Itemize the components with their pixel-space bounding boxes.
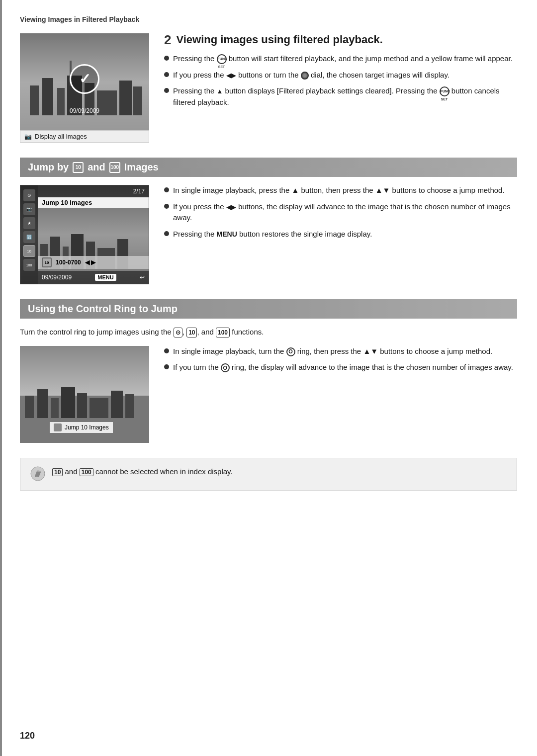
ring-icon-2: 10 xyxy=(186,328,197,337)
bullet-item-1: Pressing the FUNCSET button will start f… xyxy=(164,53,517,65)
section2-number: 2 xyxy=(164,33,171,46)
display-label: Display all images xyxy=(35,133,87,140)
dial-icon xyxy=(301,72,309,80)
jump-screen-container: ⊙ 📷 ★ 🔢 10 100 2/17 xyxy=(20,185,149,284)
display-bar: 📷 Display all images xyxy=(20,130,149,143)
jump-screen: ⊙ 📷 ★ 🔢 10 100 2/17 xyxy=(20,185,149,284)
bullet2-text: If you press the ◀▶ buttons or turn the … xyxy=(173,70,449,81)
jbullet3-text: Pressing the MENU button restores the si… xyxy=(173,229,372,240)
func-icon: FUNCSET xyxy=(217,54,227,64)
func-icon-2: FUNCSET xyxy=(440,86,449,96)
jump100-bar-icon: 100 xyxy=(109,162,120,173)
jump-highlight-row: 10 100-0700 ◀ ▶ xyxy=(38,256,149,269)
note-icon10: 10 xyxy=(52,468,63,476)
bullet1-text: Pressing the FUNCSET button will start f… xyxy=(173,53,513,65)
sidebar-icon-4: 🔢 xyxy=(23,231,35,243)
control-text: In single image playback, turn the O rin… xyxy=(164,346,517,443)
jbullet-item-3: Pressing the MENU button restores the si… xyxy=(164,229,517,240)
sidebar-icon-2: 📷 xyxy=(23,203,35,215)
cbullet-item-1: In single image playback, turn the O rin… xyxy=(164,346,517,357)
jump10-bar-icon: 10 xyxy=(73,162,84,173)
ctrl-screen-label: Jump 10 Images xyxy=(65,424,109,431)
cbuilding xyxy=(125,394,134,418)
control-description: Turn the control ring to jump images usi… xyxy=(20,327,517,338)
cbuilding xyxy=(111,391,123,418)
control-bullets: In single image playback, turn the O rin… xyxy=(164,346,517,373)
section2-bullets: Pressing the FUNCSET button will start f… xyxy=(164,53,517,108)
jump-counter: 2/17 xyxy=(133,188,145,195)
up-arrow-icon: ▲ xyxy=(217,86,223,96)
jump-text: In single image playback, press the ▲ bu… xyxy=(164,185,517,284)
section2-title: 2 Viewing images using filtered playback… xyxy=(164,33,517,46)
page-number: 120 xyxy=(20,731,35,741)
ctrl-label-box: Jump 10 Images xyxy=(50,422,113,433)
note-box: 10 and 100 cannot be selected when in in… xyxy=(20,458,517,491)
content-area: Viewing Images in Filtered Playback xyxy=(20,0,517,491)
control-section-bar: Using the Control Ring to Jump xyxy=(20,299,517,319)
display-icon: 📷 xyxy=(24,133,32,140)
jump-label-box: Jump 10 Images xyxy=(38,197,149,208)
jump-sidebar: ⊙ 📷 ★ 🔢 10 100 xyxy=(20,185,38,284)
building xyxy=(119,81,132,115)
note-pencil-icon xyxy=(30,466,46,482)
sidebar-icon-1: ⊙ xyxy=(23,189,35,201)
ring-icon-3: 100 xyxy=(216,328,230,337)
bullet-item-2: If you press the ◀▶ buttons or turn the … xyxy=(164,70,517,81)
building xyxy=(42,78,53,115)
header-title: Viewing Images in Filtered Playback xyxy=(20,15,139,23)
lr-arrows-icon: ◀▶ xyxy=(226,71,236,81)
jbullet-item-2: If you press the ◀▶ buttons, the display… xyxy=(164,201,517,224)
bullet-dot xyxy=(164,72,169,77)
jbullet2-text: If you press the ◀▶ buttons, the display… xyxy=(173,201,517,224)
jump-content: ⊙ 📷 ★ 🔢 10 100 2/17 xyxy=(20,185,517,284)
bullet-dot xyxy=(164,364,169,369)
ring-icon-inline-1: O xyxy=(286,347,295,356)
cbullet1-text: In single image playback, turn the O rin… xyxy=(173,346,492,357)
jump-arrow-indicator: ◀ ▶ xyxy=(85,259,95,266)
jump-bottom-bar: 09/09/2009 MENU ↩ xyxy=(38,271,149,284)
note-icon100: 100 xyxy=(80,468,93,476)
note-text: 10 and 100 cannot be selected when in in… xyxy=(52,466,507,478)
bullet-item-3: Pressing the ▲ button displays [Filtered… xyxy=(164,85,517,108)
section2-title-text: Viewing images using filtered playback. xyxy=(176,33,382,46)
ctrl-label-icon xyxy=(54,423,62,431)
jump-section-bar: Jump by 10 and 100 Images xyxy=(20,158,517,177)
lr-arrows-icon-2: ◀▶ xyxy=(226,202,236,212)
sidebar-icon-6: 100 xyxy=(23,259,35,271)
control-ring-section: Using the Control Ring to Jump Turn the … xyxy=(20,299,517,443)
menu-text-inline: MENU xyxy=(217,230,237,238)
cbuilding xyxy=(37,389,48,418)
jbullet-item-1: In single image playback, press the ▲ bu… xyxy=(164,185,517,196)
pencil-svg xyxy=(30,466,45,481)
cbuilding xyxy=(25,396,34,418)
jump-and-text: and xyxy=(88,162,105,173)
camera-date: 09/09/2009 xyxy=(70,107,99,114)
camera-screen: 09/09/2009 xyxy=(20,33,149,130)
section2-image: 09/09/2009 📷 Display all images xyxy=(20,33,149,143)
building xyxy=(97,90,117,115)
ring-icon-inline-2: O xyxy=(221,363,230,372)
section2-text: 2 Viewing images using filtered playback… xyxy=(164,33,517,143)
jump-section: Jump by 10 and 100 Images ⊙ 📷 ★ xyxy=(20,158,517,284)
control-title: Using the Control Ring to Jump xyxy=(28,303,178,315)
page-border xyxy=(0,0,2,756)
building xyxy=(30,85,39,115)
bullet-dot xyxy=(164,88,169,93)
highlight-icon: 10 xyxy=(42,257,52,267)
page-header: Viewing Images in Filtered Playback xyxy=(20,15,517,23)
bullet-dot xyxy=(164,348,169,353)
section-2: 09/09/2009 📷 Display all images 2 Viewin… xyxy=(20,33,517,143)
jump-title-suffix: Images xyxy=(124,162,159,173)
cbuilding xyxy=(51,398,59,418)
sidebar-icon-5-active: 10 xyxy=(23,245,35,257)
page-container: Viewing Images in Filtered Playback xyxy=(0,0,537,756)
ring-icon-1: ⊙ xyxy=(174,328,182,337)
note-and: and xyxy=(65,467,78,476)
cbuilding xyxy=(61,387,75,418)
jbullet1-text: In single image playback, press the ▲ bu… xyxy=(173,185,505,196)
bullet-dot xyxy=(164,56,169,61)
bullet-dot xyxy=(164,204,169,209)
cbullet2-text: If you turn the O ring, the display will… xyxy=(173,362,513,373)
jump-title-prefix: Jump by xyxy=(28,162,69,173)
cbullet-item-2: If you turn the O ring, the display will… xyxy=(164,362,517,373)
